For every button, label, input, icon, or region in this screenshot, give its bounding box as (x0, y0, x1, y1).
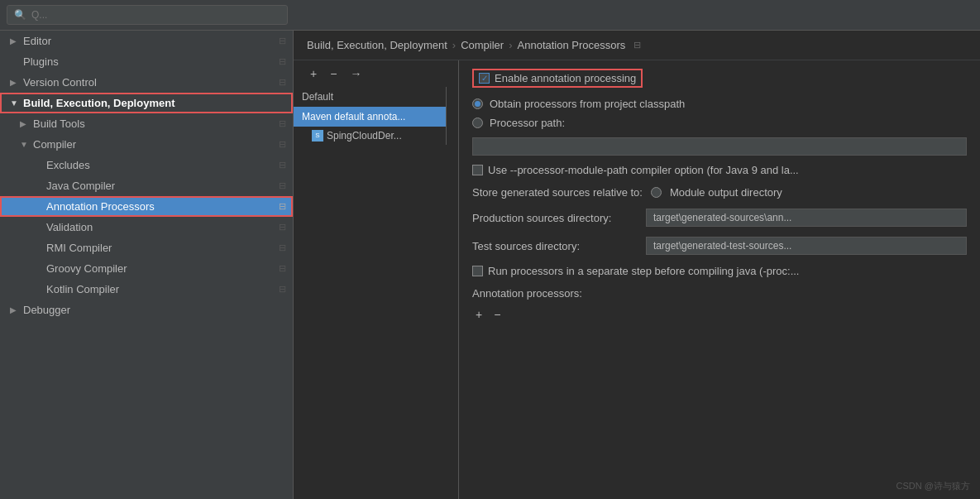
processor-path-row[interactable]: Processor path: (472, 117, 967, 129)
sidebar-label-kotlin: Kotlin Compiler (46, 283, 119, 295)
search-icon: 🔍 (14, 9, 26, 21)
production-sources-value: target\generated-sources\ann... (646, 209, 967, 227)
sidebar-item-annotation-processors[interactable]: Annotation Processors ⊟ (0, 196, 293, 217)
expand-icon-bt: ▶ (20, 119, 30, 128)
sidebar: ▶ Editor ⊟ Plugins ⊟ ▶ Version Control ⊟… (0, 31, 294, 499)
test-sources-row: Test sources directory: target\generated… (472, 237, 967, 255)
search-input[interactable] (31, 9, 280, 21)
use-processor-module-row[interactable]: Use --processor-module-path compiler opt… (472, 164, 967, 176)
remove-processor-button[interactable]: − (490, 306, 504, 323)
breadcrumb-icon: ⊟ (633, 40, 641, 50)
add-processor-button[interactable]: + (472, 306, 485, 323)
sidebar-label-editor: Editor (23, 35, 51, 47)
breadcrumb-sep1: › (452, 39, 456, 51)
settings-icon-editor: ⊟ (279, 36, 286, 46)
test-sources-value: target\generated-test-sources... (646, 237, 967, 255)
settings-icon-rmi: ⊟ (279, 242, 286, 253)
processor-source-group: Obtain processors from project classpath… (472, 98, 967, 129)
top-bar: 🔍 (0, 0, 980, 31)
settings-icon-jc: ⊟ (279, 180, 286, 191)
enable-annotation-row[interactable]: ✓ Enable annotation processing (472, 69, 643, 88)
production-sources-row: Production sources directory: target\gen… (472, 209, 967, 227)
sidebar-item-compiler[interactable]: ▼ Compiler ⊟ (0, 134, 293, 155)
main-content: ▶ Editor ⊟ Plugins ⊟ ▶ Version Control ⊟… (0, 31, 980, 499)
search-box[interactable]: 🔍 (7, 5, 288, 25)
sidebar-label-excludes: Excludes (46, 159, 90, 171)
settings-icon-compiler: ⊟ (279, 139, 286, 150)
use-processor-module-checkbox[interactable] (472, 165, 483, 175)
store-generated-label: Store generated sources relative to: (472, 186, 643, 199)
breadcrumb-part1: Build, Execution, Deployment (307, 39, 447, 51)
sidebar-item-version-control[interactable]: ▶ Version Control ⊟ (0, 72, 293, 93)
obtain-processors-label: Obtain processors from project classpath (490, 98, 685, 110)
sidebar-item-build-execution[interactable]: ▼ Build, Execution, Deployment (0, 93, 293, 113)
test-sources-label: Test sources directory: (472, 240, 638, 252)
sidebar-label-vc: Version Control (23, 76, 97, 89)
sidebar-label-compiler: Compiler (33, 138, 76, 151)
processor-path-input[interactable] (472, 137, 967, 156)
settings-icon-excludes: ⊟ (279, 160, 286, 170)
profile-default[interactable]: Default (294, 87, 446, 107)
profiles-list: Default Maven default annota... S SpingC… (294, 87, 447, 145)
sidebar-label-jc: Java Compiler (46, 180, 115, 192)
sidebar-label-bed: Build, Execution, Deployment (23, 97, 174, 109)
settings-panel: ✓ Enable annotation processing Obtain pr… (459, 60, 980, 499)
sidebar-item-kotlin-compiler[interactable]: Kotlin Compiler ⊟ (0, 279, 293, 300)
sidebar-label-ap: Annotation Processors (46, 200, 155, 213)
sidebar-item-java-compiler[interactable]: Java Compiler ⊟ (0, 175, 293, 196)
sidebar-item-validation[interactable]: Validation ⊟ (0, 217, 293, 238)
settings-icon-kotlin: ⊟ (279, 284, 286, 295)
processors-toolbar: + − (472, 306, 967, 323)
sidebar-label-bt: Build Tools (33, 118, 85, 130)
annotation-processors-section: Annotation processors: + − (472, 287, 967, 323)
run-processors-label: Run processors in a separate step before… (488, 265, 799, 277)
obtain-processors-row[interactable]: Obtain processors from project classpath (472, 98, 967, 110)
expand-icon-bed: ▼ (10, 98, 20, 108)
obtain-processors-radio[interactable] (472, 98, 483, 109)
sidebar-item-editor[interactable]: ▶ Editor ⊟ (0, 31, 293, 51)
sidebar-label-validation: Validation (46, 221, 93, 233)
settings-icon-validation: ⊟ (279, 222, 286, 233)
add-profile-button[interactable]: + (307, 65, 320, 82)
sidebar-item-plugins[interactable]: Plugins ⊟ (0, 51, 293, 72)
settings-icon-groovy: ⊟ (279, 263, 286, 274)
expand-icon-compiler: ▼ (20, 140, 30, 149)
remove-profile-button[interactable]: − (327, 65, 340, 82)
panel-toolbar: + − → (294, 60, 458, 87)
settings-icon-bt: ⊟ (279, 118, 286, 129)
annotation-processors-label: Annotation processors: (472, 287, 582, 300)
sidebar-item-groovy-compiler[interactable]: Groovy Compiler ⊟ (0, 258, 293, 279)
sidebar-label-plugins: Plugins (23, 55, 59, 68)
store-generated-row: Store generated sources relative to: Mod… (472, 186, 967, 199)
settings-icon-vc: ⊟ (279, 77, 286, 88)
processor-path-label: Processor path: (490, 117, 565, 129)
expand-icon: ▶ (10, 36, 20, 46)
expand-icon-vc: ▶ (10, 78, 20, 87)
run-processors-row[interactable]: Run processors in a separate step before… (472, 265, 967, 277)
enable-annotation-checkbox[interactable]: ✓ (479, 73, 490, 84)
sidebar-label-debugger: Debugger (23, 304, 70, 316)
watermark: CSDN @诗与猿方 (896, 480, 970, 492)
store-generated-radio[interactable] (651, 187, 662, 198)
sidebar-item-build-tools[interactable]: ▶ Build Tools ⊟ (0, 113, 293, 134)
profile-spring-cloud[interactable]: S SpingCloudDer... (294, 127, 446, 145)
enable-annotation-label: Enable annotation processing (495, 72, 636, 84)
breadcrumb-sep2: › (509, 39, 512, 51)
processor-path-radio[interactable] (472, 118, 483, 128)
breadcrumb-part2: Compiler (461, 39, 504, 51)
production-sources-label: Production sources directory: (472, 212, 638, 224)
sidebar-item-debugger[interactable]: ▶ Debugger (0, 300, 293, 320)
settings-icon-ap: ⊟ (279, 201, 286, 212)
right-panel: Build, Execution, Deployment › Compiler … (294, 31, 980, 499)
sidebar-label-rmi: RMI Compiler (46, 242, 112, 254)
move-profile-button[interactable]: → (347, 65, 365, 82)
profile-maven-default[interactable]: Maven default annota... (294, 107, 446, 127)
sidebar-item-rmi-compiler[interactable]: RMI Compiler ⊟ (0, 238, 293, 258)
sidebar-item-excludes[interactable]: Excludes ⊟ (0, 155, 293, 175)
settings-icon-plugins: ⊟ (279, 56, 286, 67)
run-processors-checkbox[interactable] (472, 266, 483, 276)
project-icon: S (312, 130, 323, 142)
sidebar-label-groovy: Groovy Compiler (46, 262, 127, 275)
expand-icon-debugger: ▶ (10, 305, 20, 314)
store-generated-option: Module output directory (670, 186, 782, 199)
